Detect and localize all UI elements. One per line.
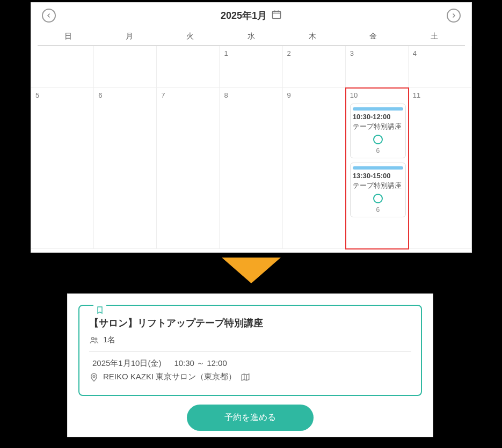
- availability-open-icon: [373, 194, 383, 203]
- day-cell[interactable]: [31, 46, 94, 88]
- booking-location-line: REIKO KAZKI 東京サロン（東京都）: [89, 372, 411, 382]
- booking-date-segment: 2025年1月10日(金): [89, 358, 161, 369]
- day-cell[interactable]: [157, 46, 220, 88]
- svg-point-6: [93, 375, 95, 377]
- pin-icon: [89, 372, 99, 382]
- calendar-header: 2025年1月: [31, 3, 471, 28]
- event-time: 10:30-12:00: [353, 113, 403, 121]
- day-cell[interactable]: 11: [409, 88, 471, 249]
- weekday-tue: 火: [159, 28, 221, 46]
- booking-title: 【サロン】リフトアップテープ特別講座: [89, 317, 411, 329]
- booking-time: 10:30 ～ 12:00: [174, 358, 227, 369]
- weekday-thu: 木: [282, 28, 343, 46]
- next-month-button[interactable]: [447, 9, 461, 23]
- day-cell[interactable]: 8: [220, 88, 282, 249]
- booking-people-line: 1名: [89, 335, 411, 345]
- day-cell[interactable]: 9: [283, 88, 346, 249]
- event-status: 6: [353, 135, 403, 155]
- calendar-panel: 2025年1月 日 月 火 水 木 金 土 1 2 3 4 5 6 7 8 9 …: [31, 2, 472, 253]
- calendar-grid: 1 2 3 4 5 6 7 8 9 10 10:30-12:00 テープ特別講座…: [31, 46, 471, 249]
- svg-rect-0: [273, 11, 281, 18]
- event-count: 6: [353, 147, 403, 155]
- booking-time-segment: 10:30 ～ 12:00: [171, 358, 227, 369]
- event-color-bar: [353, 107, 403, 111]
- event-title: テープ特別講座: [353, 181, 403, 190]
- down-arrow-icon: [222, 258, 281, 285]
- event-count: 6: [353, 206, 403, 214]
- bookmark-icon: [93, 305, 106, 317]
- weekday-mon: 月: [99, 28, 160, 46]
- day-cell[interactable]: 7: [157, 88, 220, 249]
- calendar-month-label: 2025年1月: [221, 9, 267, 22]
- weekday-row: 日 月 火 水 木 金 土: [38, 28, 465, 46]
- event-card[interactable]: 13:30-15:00 テープ特別講座 6: [350, 163, 406, 217]
- weekday-sat: 土: [404, 28, 465, 46]
- event-time: 13:30-15:00: [353, 172, 403, 180]
- divider: [89, 351, 411, 352]
- event-card[interactable]: 10:30-12:00 テープ特別講座 6: [350, 104, 406, 158]
- day-number: 10: [350, 91, 358, 99]
- calendar-icon[interactable]: [271, 9, 282, 23]
- map-icon[interactable]: [241, 372, 250, 382]
- day-cell-selected[interactable]: 10 10:30-12:00 テープ特別講座 6 13:30-15:00 テープ…: [346, 88, 409, 249]
- day-cell[interactable]: 3: [346, 46, 409, 88]
- day-cell[interactable]: 1: [220, 46, 282, 88]
- booking-date: 2025年1月10日(金): [92, 358, 161, 369]
- prev-month-button[interactable]: [42, 9, 56, 23]
- day-cell[interactable]: 5: [31, 88, 94, 249]
- svg-point-3: [95, 337, 97, 340]
- svg-point-2: [92, 337, 94, 340]
- booking-people: 1名: [103, 335, 115, 345]
- people-icon: [89, 335, 99, 345]
- availability-open-icon: [373, 135, 383, 144]
- day-cell[interactable]: [94, 46, 157, 88]
- weekday-sun: 日: [38, 28, 99, 46]
- booking-panel: 【サロン】リフトアップテープ特別講座 1名 2025年1月10日(金) 10:3…: [67, 293, 433, 437]
- day-cell[interactable]: 6: [94, 88, 157, 249]
- event-title: テープ特別講座: [353, 122, 403, 131]
- weekday-fri: 金: [343, 28, 404, 46]
- booking-datetime-row: 2025年1月10日(金) 10:30 ～ 12:00: [89, 358, 411, 369]
- proceed-button[interactable]: 予約を進める: [187, 405, 314, 431]
- weekday-wed: 水: [221, 28, 282, 46]
- calendar-title: 2025年1月: [221, 9, 282, 23]
- booking-location: REIKO KAZKI 東京サロン（東京都）: [103, 372, 236, 382]
- booking-card: 【サロン】リフトアップテープ特別講座 1名 2025年1月10日(金) 10:3…: [78, 305, 422, 396]
- svg-marker-1: [222, 258, 281, 283]
- day-cell[interactable]: 4: [409, 46, 471, 88]
- day-cell[interactable]: 2: [283, 46, 346, 88]
- event-color-bar: [353, 166, 403, 170]
- event-status: 6: [353, 194, 403, 214]
